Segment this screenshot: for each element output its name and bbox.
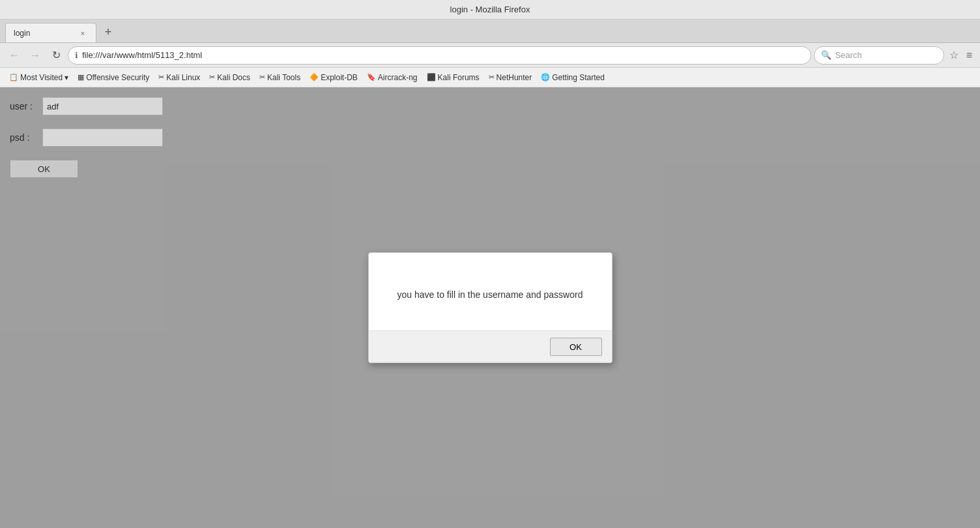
dialog-message: you have to fill in the username and pas… bbox=[397, 288, 583, 302]
kali-docs-icon: ✂ bbox=[209, 73, 215, 81]
info-icon: ℹ bbox=[75, 51, 78, 60]
bookmark-label: Kali Docs bbox=[217, 73, 250, 82]
search-bar[interactable]: 🔍 Search bbox=[814, 46, 944, 65]
dialog-ok-button[interactable]: OK bbox=[550, 338, 602, 356]
title-bar: login - Mozilla Firefox bbox=[0, 0, 980, 20]
nethunter-icon: ✂ bbox=[489, 73, 495, 81]
kali-forums-icon: ⬛ bbox=[427, 73, 436, 81]
bookmark-label: Kali Linux bbox=[166, 73, 200, 82]
reload-button[interactable]: ↻ bbox=[47, 46, 65, 65]
bookmark-label: Aircrack-ng bbox=[378, 73, 418, 82]
dialog-overlay: you have to fill in the username and pas… bbox=[0, 87, 980, 528]
page-content: user : psd : OK you have to fill in the … bbox=[0, 87, 980, 528]
tab-label: login bbox=[14, 29, 30, 38]
forward-button[interactable]: → bbox=[26, 46, 44, 65]
bookmark-label: Kali Forums bbox=[438, 73, 480, 82]
bookmark-kali-tools[interactable]: ✂ Kali Tools bbox=[255, 71, 304, 84]
kali-tools-icon: ✂ bbox=[259, 73, 265, 81]
back-icon: ← bbox=[9, 50, 20, 61]
tab-bar: login × + bbox=[0, 20, 980, 43]
bookmark-kali-docs[interactable]: ✂ Kali Docs bbox=[205, 71, 254, 84]
browser-window: login - Mozilla Firefox login × + ← → ↻ … bbox=[0, 0, 980, 528]
bookmark-aircrack-ng[interactable]: 🔖 Aircrack-ng bbox=[363, 71, 422, 84]
tab-close-button[interactable]: × bbox=[78, 28, 88, 38]
active-tab[interactable]: login × bbox=[5, 23, 96, 42]
new-tab-button[interactable]: + bbox=[99, 23, 117, 41]
bookmark-nethunter[interactable]: ✂ NetHunter bbox=[485, 71, 536, 84]
dialog-body: you have to fill in the username and pas… bbox=[369, 253, 612, 330]
most-visited-icon: 📋 bbox=[9, 73, 18, 81]
search-placeholder: Search bbox=[835, 50, 862, 60]
url-input[interactable] bbox=[82, 50, 804, 60]
address-bar[interactable]: ℹ bbox=[68, 46, 811, 65]
alert-dialog: you have to fill in the username and pas… bbox=[368, 252, 612, 363]
bookmark-star-button[interactable]: ☆ bbox=[947, 48, 961, 63]
browser-title: login - Mozilla Firefox bbox=[450, 5, 530, 14]
bookmark-kali-forums[interactable]: ⬛ Kali Forums bbox=[423, 71, 483, 84]
back-button[interactable]: ← bbox=[5, 46, 23, 65]
browser-menu-button[interactable]: ≡ bbox=[964, 48, 975, 63]
getting-started-icon: 🌐 bbox=[541, 73, 550, 81]
bookmark-exploit-db[interactable]: 🔶 Exploit-DB bbox=[306, 71, 362, 84]
dialog-footer: OK bbox=[369, 330, 612, 362]
search-icon: 🔍 bbox=[821, 50, 831, 60]
bookmark-label: Offensive Security bbox=[86, 73, 149, 82]
bookmarks-bar: 📋 Most Visited ▾ ▦ Offensive Security ✂ … bbox=[0, 68, 980, 87]
bookmark-label: Getting Started bbox=[552, 73, 605, 82]
bookmark-getting-started[interactable]: 🌐 Getting Started bbox=[537, 71, 609, 84]
bookmark-label: Kali Tools bbox=[267, 73, 300, 82]
exploit-db-icon: 🔶 bbox=[310, 73, 319, 81]
offensive-security-icon: ▦ bbox=[78, 73, 84, 81]
bookmark-label: Most Visited bbox=[20, 73, 63, 82]
bookmark-label: NetHunter bbox=[497, 73, 532, 82]
bookmark-kali-linux[interactable]: ✂ Kali Linux bbox=[154, 71, 204, 84]
bookmark-offensive-security[interactable]: ▦ Offensive Security bbox=[74, 71, 153, 84]
aircrack-ng-icon: 🔖 bbox=[367, 73, 376, 81]
kali-linux-icon: ✂ bbox=[158, 73, 164, 81]
bookmark-label: Exploit-DB bbox=[321, 73, 358, 82]
dropdown-arrow-icon: ▾ bbox=[65, 73, 68, 82]
forward-icon: → bbox=[30, 50, 40, 61]
nav-bar: ← → ↻ ℹ 🔍 Search ☆ ≡ bbox=[0, 43, 980, 68]
reload-icon: ↻ bbox=[52, 49, 61, 61]
bookmark-most-visited[interactable]: 📋 Most Visited ▾ bbox=[5, 71, 72, 84]
